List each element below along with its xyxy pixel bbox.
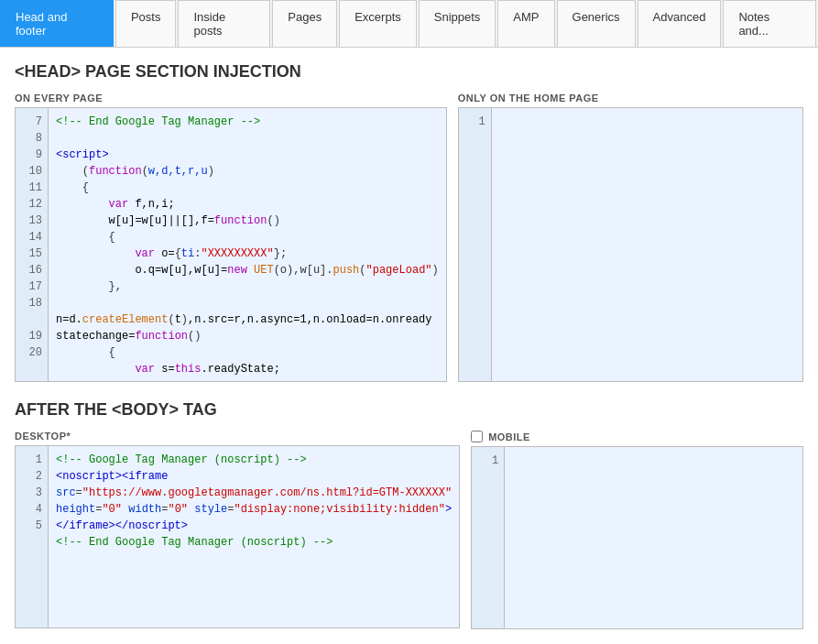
head-section-columns: ON EVERY PAGE 7 8 9 10 11 12 13 14 15 16… (15, 93, 803, 382)
every-page-editor[interactable]: 7 8 9 10 11 12 13 14 15 16 17 18 19 20 <… (15, 107, 447, 382)
body-section: AFTER THE <BODY> TAG DESKTOP* 1 2 3 4 5 … (15, 400, 803, 629)
tab-pages[interactable]: Pages (272, 0, 337, 47)
mobile-editor[interactable]: 1 (471, 446, 803, 629)
main-content: <HEAD> PAGE SECTION INJECTION ON EVERY P… (0, 48, 818, 644)
every-page-line-numbers: 7 8 9 10 11 12 13 14 15 16 17 18 19 20 (16, 108, 49, 381)
desktop-line-numbers: 1 2 3 4 5 (16, 446, 49, 628)
every-page-label: ON EVERY PAGE (15, 93, 447, 104)
home-page-line-numbers: 1 (459, 108, 492, 381)
tab-posts[interactable]: Posts (115, 0, 177, 47)
desktop-code[interactable]: <!-- Google Tag Manager (noscript) --> <… (49, 446, 459, 628)
tab-advanced[interactable]: Advanced (638, 0, 722, 47)
tab-excerpts[interactable]: Excerpts (339, 0, 417, 47)
home-page-column: ONLY ON THE HOME PAGE 1 (458, 93, 803, 382)
tab-snippets[interactable]: Snippets (419, 0, 496, 47)
mobile-label-wrapper: MOBILE (471, 431, 803, 442)
home-page-editor[interactable]: 1 (458, 107, 803, 382)
home-page-label: ONLY ON THE HOME PAGE (458, 93, 803, 104)
desktop-editor[interactable]: 1 2 3 4 5 <!-- Google Tag Manager (noscr… (15, 445, 460, 628)
desktop-label: DESKTOP* (15, 431, 460, 442)
every-page-code[interactable]: <!-- End Google Tag Manager --> <script>… (49, 108, 446, 381)
tab-head-and-footer[interactable]: Head and footer (0, 0, 114, 47)
home-page-code[interactable] (492, 108, 802, 381)
desktop-column: DESKTOP* 1 2 3 4 5 <!-- Google Tag Manag… (15, 431, 460, 629)
body-section-title: AFTER THE <BODY> TAG (15, 400, 803, 420)
tab-amp[interactable]: AMP (497, 0, 554, 47)
mobile-code[interactable] (505, 447, 802, 628)
tab-inside-posts[interactable]: Inside posts (178, 0, 270, 47)
mobile-checkbox[interactable] (471, 431, 483, 442)
body-section-columns: DESKTOP* 1 2 3 4 5 <!-- Google Tag Manag… (15, 431, 803, 629)
tab-bar: Head and footer Posts Inside posts Pages… (0, 0, 818, 48)
mobile-column: MOBILE 1 (471, 431, 803, 629)
mobile-line-numbers: 1 (472, 447, 505, 628)
mobile-label: MOBILE (488, 431, 530, 442)
tab-notes[interactable]: Notes and... (723, 0, 816, 47)
tab-generics[interactable]: Generics (557, 0, 636, 47)
head-section-title: <HEAD> PAGE SECTION INJECTION (15, 62, 803, 82)
every-page-column: ON EVERY PAGE 7 8 9 10 11 12 13 14 15 16… (15, 93, 447, 382)
